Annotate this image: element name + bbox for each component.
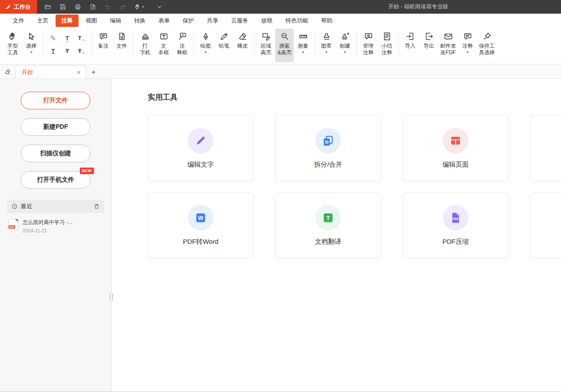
- underline-icon[interactable]: T: [47, 45, 59, 56]
- ribbon-note-button[interactable]: 备注: [94, 29, 112, 62]
- tool-card-label: 拆分/合并: [314, 161, 342, 169]
- manage-comments-icon: [364, 32, 373, 41]
- strikethrough-icon[interactable]: T: [61, 45, 73, 56]
- tool-card-split-merge[interactable]: 拆分/合并: [275, 115, 381, 181]
- add-tab-button[interactable]: +: [91, 69, 96, 76]
- window-title: 开始 - 福昕阅读器专业版: [388, 0, 448, 14]
- highlight-icon[interactable]: ✎: [47, 33, 59, 44]
- ribbon-label: 备注: [98, 43, 108, 49]
- workspace-label: 工作台: [14, 3, 31, 11]
- pdf-compress-icon: PDF: [443, 205, 468, 231]
- ribbon-typewriter-button[interactable]: 打 字机: [136, 29, 154, 62]
- export-icon: [424, 32, 434, 41]
- menu-tab-file[interactable]: 文件: [7, 15, 30, 27]
- ribbon-area-highlight-button[interactable]: 区域 高亮: [257, 29, 275, 62]
- tool-card-edit-pages[interactable]: 编辑页面: [403, 115, 509, 181]
- pdf-file-icon: PDF: [8, 219, 19, 231]
- print-icon[interactable]: [75, 4, 81, 10]
- tool-card-pdf-compress[interactable]: PDF PDF压缩: [403, 192, 509, 258]
- ribbon-import-button[interactable]: 导入: [401, 29, 419, 62]
- menu-tab-slideshow[interactable]: 放映: [255, 15, 278, 27]
- ribbon-summarize-comments-button[interactable]: 小结 注释: [378, 29, 396, 62]
- squiggly-underline-icon[interactable]: T: [61, 33, 73, 44]
- save-icon[interactable]: [60, 4, 66, 10]
- open-file-icon[interactable]: [45, 4, 51, 10]
- hand-icon: [8, 32, 18, 41]
- ribbon-eraser-button[interactable]: 橡皮: [233, 29, 252, 62]
- close-tab-icon[interactable]: ×: [75, 68, 82, 76]
- hand-tool-quick-button[interactable]: ▾: [135, 4, 144, 10]
- tool-card-label: 编辑文字: [187, 161, 214, 169]
- main-panel: 实用工具 编辑文字 拆分/合并: [112, 79, 561, 392]
- import-icon: [406, 32, 415, 41]
- menu-tab-protect[interactable]: 保护: [177, 15, 200, 27]
- ribbon-label: 邮件发 送FDF: [440, 43, 456, 56]
- insert-text-icon[interactable]: T‸: [75, 33, 87, 44]
- ribbon-label: 图章: [321, 43, 332, 49]
- ribbon-separator: [91, 32, 92, 59]
- ribbon-label: 区域 高亮: [261, 43, 271, 56]
- tool-card-partial[interactable]: [530, 192, 561, 258]
- tool-card-label: PDF转Word: [183, 238, 219, 246]
- ribbon-search-highlight-button[interactable]: 搜索 &高亮: [275, 29, 294, 62]
- ribbon-keep-tool-button[interactable]: 保持工 具选择: [477, 29, 497, 62]
- menu-tab-form[interactable]: 表单: [153, 15, 176, 27]
- open-mobile-files-button[interactable]: 打开手机文件 NEW: [21, 171, 90, 189]
- menu-tab-view[interactable]: 视图: [80, 15, 103, 27]
- collapse-ribbon-button[interactable]: [156, 4, 163, 10]
- quick-tool-icon[interactable]: [2, 66, 13, 77]
- workspace-button[interactable]: 工作台: [0, 0, 37, 14]
- ribbon-export-button[interactable]: 导出: [419, 29, 438, 62]
- new-pdf-button[interactable]: 新建PDF: [21, 118, 90, 136]
- title-bar: 工作台 ▾ 开始 - 福昕阅读器专业版: [0, 0, 561, 14]
- create-stamp-icon: [340, 32, 350, 41]
- clear-recent-trash-icon[interactable]: [94, 203, 100, 209]
- textbox-icon: [159, 32, 168, 41]
- menu-tab-features[interactable]: 特色功能: [280, 15, 314, 27]
- replace-text-icon[interactable]: T‸: [75, 45, 87, 56]
- recent-file-info: 怎么面对高中学习 -... 2024-11-21: [22, 219, 72, 233]
- stamp-icon: [322, 32, 331, 41]
- menu-tab-home[interactable]: 主页: [31, 15, 54, 27]
- chevron-down-icon: [156, 4, 163, 10]
- menu-tab-help[interactable]: 帮助: [315, 15, 338, 27]
- menu-tab-edit[interactable]: 编辑: [104, 15, 127, 27]
- ribbon-select-button[interactable]: 选择 ▾: [22, 29, 41, 62]
- open-file-button[interactable]: 打开文件: [21, 92, 90, 109]
- export-icon[interactable]: [90, 4, 96, 10]
- sidebar: 打开文件 新建PDF 扫描仪创建 打开手机文件 NEW 最近: [0, 79, 112, 392]
- tool-card-partial[interactable]: [530, 115, 561, 181]
- ribbon-hand-tool-button[interactable]: 手型 工具: [4, 29, 22, 62]
- tool-card-label: 文档翻译: [315, 238, 341, 246]
- tool-card-edit-text[interactable]: 编辑文字: [148, 115, 254, 181]
- ribbon-callout-button[interactable]: 注 释框: [173, 29, 191, 62]
- sidebar-splitter-handle[interactable]: [110, 293, 113, 301]
- ribbon-label: 选择: [26, 43, 37, 49]
- open-file-label: 打开文件: [43, 97, 68, 105]
- ribbon-drawing-button[interactable]: 绘图 ▾: [196, 29, 215, 62]
- menu-tab-comment[interactable]: 注释: [56, 15, 79, 27]
- ribbon-separator: [254, 32, 254, 59]
- menu-tab-convert[interactable]: 转换: [128, 15, 151, 27]
- tool-card-doc-translate[interactable]: T 文档翻译: [275, 192, 381, 258]
- ribbon-manage-comments-button[interactable]: 管理 注释: [359, 29, 378, 62]
- ribbon-email-fdf-button[interactable]: 邮件发 送FDF: [438, 29, 458, 62]
- menu-tab-share[interactable]: 共享: [201, 15, 224, 27]
- drawing-icon: [201, 32, 210, 41]
- ribbon-pencil-button[interactable]: 铅笔: [215, 29, 233, 62]
- ribbon-label: 铅笔: [219, 43, 229, 49]
- menu-tab-cloud[interactable]: 云服务: [225, 15, 254, 27]
- scanner-create-button[interactable]: 扫描仪创建: [21, 145, 90, 162]
- tool-card-pdf-to-word[interactable]: W PDF转Word: [148, 192, 254, 258]
- ribbon-textbox-button[interactable]: 文 本框: [154, 29, 173, 62]
- ribbon-stamp-button[interactable]: 图章 ▾: [317, 29, 336, 62]
- recent-file-item[interactable]: PDF 怎么面对高中学习 -... 2024-11-21: [7, 213, 104, 239]
- section-title: 实用工具: [148, 92, 561, 102]
- document-tab-home[interactable]: 开始 ×: [15, 65, 86, 78]
- ribbon-file-attachment-button[interactable]: 文件: [112, 29, 131, 62]
- ribbon-measure-button[interactable]: 测量 ▾: [294, 29, 312, 62]
- svg-text:PDF: PDF: [453, 217, 459, 220]
- tool-cards-row: W PDF转Word T 文档翻译 PDF PDF压缩: [148, 192, 561, 258]
- ribbon-create-button[interactable]: 创建 ▾: [336, 29, 354, 62]
- ribbon-comment-button[interactable]: 注释 ▾: [458, 29, 477, 62]
